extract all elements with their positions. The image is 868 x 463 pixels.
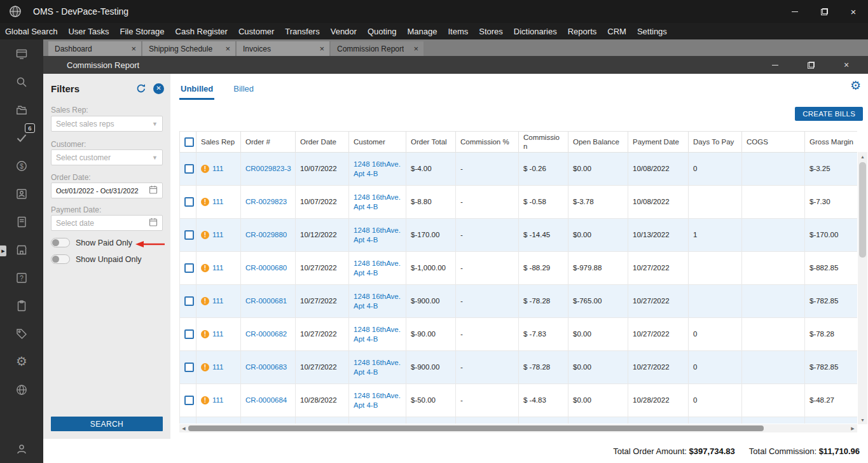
customer-link[interactable]: 1248 16thAve. Apt 4-B (354, 392, 401, 409)
file-storage-icon[interactable] (0, 103, 43, 116)
menu-item-dictionaries[interactable]: Dictionaries (514, 27, 557, 36)
sales-rep-select[interactable]: Select sales reps ▼ (51, 116, 163, 132)
panel-expander-arrow[interactable]: ▶ (0, 245, 6, 256)
workspace-tab-dashboard[interactable]: Dashboard× (48, 41, 141, 56)
row-checkbox[interactable] (184, 296, 194, 306)
tab-close-icon[interactable]: × (131, 45, 136, 53)
header-cell-order-total[interactable]: Order Total (406, 132, 456, 153)
minimize-button[interactable] (780, 0, 809, 23)
scroll-right-icon[interactable]: ▶ (848, 424, 857, 432)
row-checkbox[interactable] (184, 197, 194, 207)
order-number-link[interactable]: CR-0000684 (245, 396, 287, 404)
workspace-tab-shipping-schedule[interactable]: Shipping Schedule× (142, 41, 235, 56)
tab-close-icon[interactable]: × (319, 45, 324, 53)
scroll-up-icon[interactable]: ▲ (858, 152, 867, 161)
order-number-link[interactable]: CR-0029880 (245, 231, 287, 238)
customer-link[interactable]: 1248 16thAve. Apt 4-B (354, 226, 401, 244)
customer-link[interactable]: 1248 16thAve. Apt 4-B (354, 193, 401, 211)
row-checkbox[interactable] (184, 164, 194, 174)
workspace-tab-invoices[interactable]: Invoices× (237, 41, 329, 56)
row-checkbox[interactable] (184, 363, 194, 372)
customer-link[interactable]: 1248 16thAve. Apt 4-B (354, 259, 401, 277)
customer-select[interactable]: Select customer ▼ (51, 149, 163, 165)
scroll-left-icon[interactable]: ◀ (179, 424, 188, 432)
order-number-link[interactable]: CR-0000680 (245, 264, 287, 272)
tasks-icon[interactable]: 6 (0, 131, 43, 144)
row-checkbox[interactable] (184, 329, 194, 339)
menu-item-reports[interactable]: Reports (568, 27, 597, 36)
close-button[interactable]: × (839, 0, 868, 23)
menu-item-quoting[interactable]: Quoting (368, 27, 397, 36)
order-number-link[interactable]: CR0029823-3 (245, 165, 291, 172)
inner-minimize-button[interactable] (757, 56, 793, 74)
refresh-icon[interactable] (136, 83, 146, 93)
order-number-link[interactable]: CR-0000682 (245, 330, 287, 338)
row-checkbox[interactable] (184, 263, 194, 273)
globe-icon[interactable] (0, 383, 43, 396)
header-cell-open-balance[interactable]: Open Balance (568, 132, 628, 153)
menu-item-settings[interactable]: Settings (637, 27, 667, 36)
menu-item-items[interactable]: Items (448, 27, 468, 36)
menu-item-global-search[interactable]: Global Search (5, 27, 57, 36)
tab-close-icon[interactable]: × (413, 45, 418, 53)
customer-link[interactable]: 1248 16thAve. Apt 4-B (354, 359, 401, 376)
horizontal-scrollbar[interactable]: ◀ ▶ (179, 424, 857, 432)
menu-item-file-storage[interactable]: File Storage (120, 27, 164, 36)
filters-close-icon[interactable]: ✕ (153, 83, 164, 94)
order-number-link[interactable]: CR-0000683 (245, 363, 287, 371)
customer-link[interactable]: 1248 16thAve. Apt 4-B (354, 293, 401, 310)
header-cell-commission[interactable]: Commission (519, 132, 568, 153)
show-unpaid-toggle[interactable] (51, 254, 70, 264)
select-all-checkbox[interactable] (184, 137, 194, 147)
vertical-scrollbar[interactable]: ▲ ▼ (858, 152, 867, 424)
menu-item-crm[interactable]: CRM (607, 27, 626, 36)
vertical-scroll-thumb[interactable] (859, 162, 866, 258)
header-cell-sales-rep[interactable]: Sales Rep (196, 132, 241, 153)
tab-unbilled[interactable]: Unbilled (179, 80, 214, 100)
settings-gear-icon[interactable]: ⚙ (850, 79, 861, 93)
customer-link[interactable]: 1248 16thAve. Apt 4-B (354, 160, 401, 177)
search-icon[interactable] (0, 75, 43, 88)
payment-date-input[interactable]: Select date (51, 215, 163, 231)
workspace-tab-commission-report[interactable]: Commission Report× (331, 41, 424, 56)
menu-item-user-tasks[interactable]: User Tasks (68, 27, 109, 36)
header-cell-payment-date[interactable]: Payment Date (628, 132, 689, 153)
show-paid-toggle[interactable] (51, 238, 70, 247)
header-cell-cogs[interactable]: COGS (742, 132, 805, 153)
row-checkbox[interactable] (184, 230, 194, 240)
order-date-input[interactable]: Oct/01/2022 - Oct/31/2022 (51, 183, 163, 198)
menu-item-transfers[interactable]: Transfers (285, 27, 319, 36)
inner-close-button[interactable]: × (829, 56, 864, 74)
store-icon[interactable] (0, 243, 43, 256)
menu-item-customer[interactable]: Customer (238, 27, 274, 36)
header-cell-commission[interactable]: Commission % (456, 132, 519, 153)
menu-item-manage[interactable]: Manage (407, 27, 437, 36)
menu-item-vendor[interactable]: Vendor (331, 27, 357, 36)
clipboard-icon[interactable] (0, 299, 43, 312)
header-cell-gross-margin[interactable]: Gross Margin (805, 132, 858, 153)
customer-link[interactable]: 1248 16thAve. Apt 4-B (354, 326, 401, 343)
header-cell-order[interactable]: Order # (241, 132, 296, 153)
restore-button[interactable] (809, 0, 839, 23)
tab-billed[interactable]: Billed (232, 80, 255, 100)
menu-item-cash-register[interactable]: Cash Register (176, 27, 228, 36)
catalog-icon[interactable] (0, 215, 43, 228)
header-cell-days-to-pay[interactable]: Days To Pay (689, 132, 742, 153)
scroll-down-icon[interactable]: ▼ (858, 415, 867, 424)
tab-close-icon[interactable]: × (225, 45, 230, 53)
inner-restore-button[interactable] (793, 56, 829, 74)
user-icon[interactable] (0, 443, 43, 455)
search-button[interactable]: SEARCH (51, 417, 163, 431)
gear-icon[interactable]: ⚙ (0, 355, 43, 368)
header-cell-order-date[interactable]: Order Date (296, 132, 349, 153)
order-number-link[interactable]: CR-0029823 (245, 198, 287, 205)
help-icon[interactable]: ? (0, 271, 43, 284)
cash-icon[interactable]: $ (0, 159, 43, 172)
tag-icon[interactable] (0, 327, 43, 340)
dashboard-icon[interactable] (0, 47, 43, 60)
header-cell-customer[interactable]: Customer (349, 132, 406, 153)
row-checkbox[interactable] (184, 396, 194, 405)
menu-item-stores[interactable]: Stores (479, 27, 503, 36)
order-number-link[interactable]: CR-0000681 (245, 297, 287, 305)
contacts-icon[interactable] (0, 187, 43, 200)
